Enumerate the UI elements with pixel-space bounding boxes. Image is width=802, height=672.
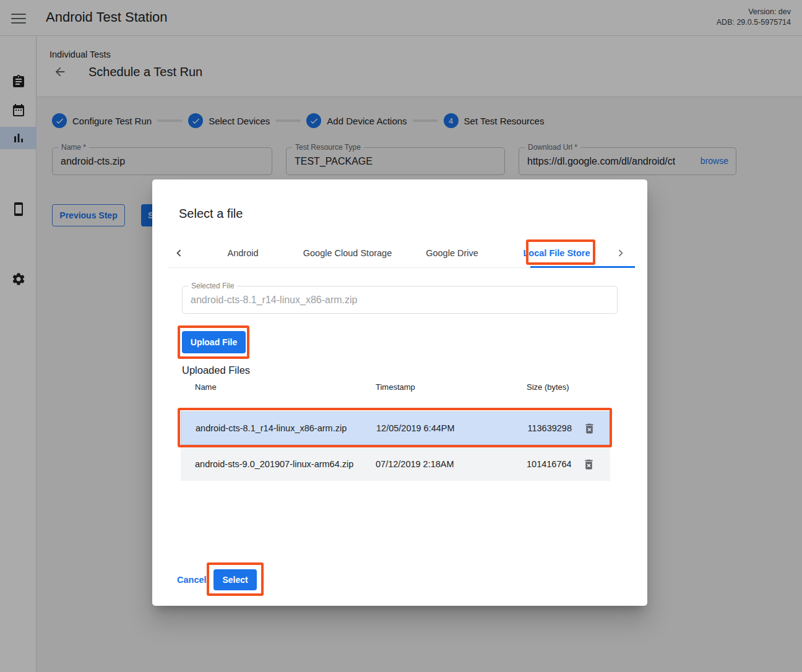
delete-file-button[interactable]	[578, 417, 600, 439]
tab-google-drive[interactable]: Google Drive	[400, 238, 504, 268]
column-header-name: Name	[195, 382, 376, 392]
tab-google-cloud-storage[interactable]: Google Cloud Storage	[295, 238, 400, 268]
file-timestamp: 12/05/2019 6:44PM	[376, 423, 527, 433]
file-source-tabbar: Android Google Cloud Storage Google Driv…	[167, 238, 632, 268]
files-table-header: Name Timestamp Size (bytes)	[181, 382, 610, 392]
dialog-title: Select a file	[179, 207, 243, 221]
active-tab-underline	[530, 266, 635, 268]
column-header-size: Size (bytes)	[527, 382, 571, 392]
column-header-timestamp: Timestamp	[376, 382, 527, 392]
select-button[interactable]: Select	[213, 569, 257, 590]
file-row-selected[interactable]: android-cts-8.1_r14-linux_x86-arm.zip 12…	[181, 411, 610, 445]
selected-file-value: android-cts-8.1_r14-linux_x86-arm.zip	[191, 286, 357, 313]
upload-file-button[interactable]: Upload File	[182, 331, 246, 353]
app-root: Android Test Station Version: dev ADB: 2…	[0, 0, 802, 672]
tabs-scroll-left-button[interactable]	[167, 238, 191, 268]
tab-android[interactable]: Android	[191, 238, 295, 268]
file-name: android-sts-9.0_201907-linux-arm64.zip	[195, 459, 376, 469]
cancel-button[interactable]: Cancel	[177, 575, 207, 585]
file-size: 101416764	[527, 459, 571, 469]
uploaded-files-heading: Uploaded Files	[182, 364, 250, 376]
file-timestamp: 07/12/2019 2:18AM	[376, 459, 527, 469]
chevron-right-icon	[614, 246, 627, 260]
tabs-scroll-right-button[interactable]	[609, 238, 632, 268]
file-size: 113639298	[527, 423, 572, 433]
file-row[interactable]: android-sts-9.0_201907-linux-arm64.zip 0…	[181, 447, 610, 481]
tab-local-file-store[interactable]: Local File Store	[504, 238, 609, 268]
file-name: android-cts-8.1_r14-linux_x86-arm.zip	[196, 423, 376, 433]
delete-forever-icon	[582, 458, 595, 471]
selected-file-field[interactable]: Selected File android-cts-8.1_r14-linux_…	[182, 286, 618, 314]
delete-forever-icon	[583, 422, 596, 435]
select-file-dialog: Select a file Android Google Cloud Stora…	[152, 179, 647, 606]
chevron-left-icon	[172, 246, 186, 260]
tabs: Android Google Cloud Storage Google Driv…	[191, 238, 609, 267]
delete-file-button[interactable]	[577, 453, 600, 475]
